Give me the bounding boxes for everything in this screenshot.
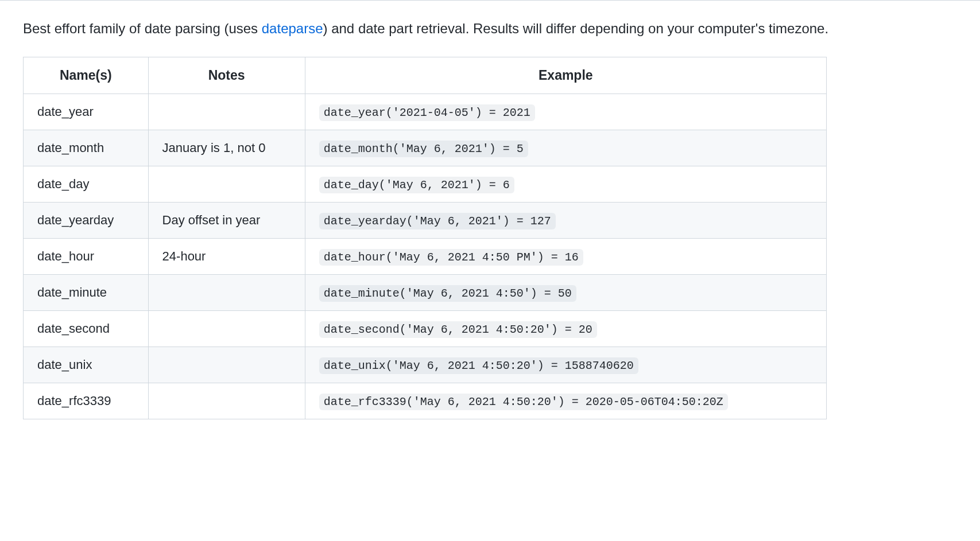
section-divider [0, 0, 980, 1]
cell-name: date_year [24, 94, 149, 130]
cell-example: date_minute('May 6, 2021 4:50') = 50 [305, 274, 826, 310]
cell-notes [148, 274, 305, 310]
example-code: date_minute('May 6, 2021 4:50') = 50 [319, 285, 576, 302]
table-row: date_yeardayDay offset in yeardate_yeard… [24, 202, 827, 238]
header-notes: Notes [148, 57, 305, 94]
intro-text-after: ) and date part retrieval. Results will … [323, 21, 829, 36]
cell-example: date_rfc3339('May 6, 2021 4:50:20') = 20… [305, 383, 826, 419]
example-code: date_month('May 6, 2021') = 5 [319, 141, 528, 157]
intro-paragraph: Best effort family of date parsing (uses… [23, 18, 957, 40]
cell-example: date_day('May 6, 2021') = 6 [305, 166, 826, 202]
cell-name: date_month [24, 130, 149, 166]
table-row: date_yeardate_year('2021-04-05') = 2021 [24, 94, 827, 130]
table-row: date_rfc3339date_rfc3339('May 6, 2021 4:… [24, 383, 827, 419]
cell-name: date_rfc3339 [24, 383, 149, 419]
header-example: Example [305, 57, 826, 94]
cell-notes: Day offset in year [148, 202, 305, 238]
cell-name: date_hour [24, 238, 149, 274]
cell-notes [148, 347, 305, 383]
cell-example: date_hour('May 6, 2021 4:50 PM') = 16 [305, 238, 826, 274]
example-code: date_day('May 6, 2021') = 6 [319, 177, 514, 193]
table-row: date_daydate_day('May 6, 2021') = 6 [24, 166, 827, 202]
cell-name: date_minute [24, 274, 149, 310]
example-code: date_yearday('May 6, 2021') = 127 [319, 213, 556, 229]
cell-notes: January is 1, not 0 [148, 130, 305, 166]
dateparse-link[interactable]: dateparse [262, 21, 323, 36]
table-row: date_monthJanuary is 1, not 0date_month(… [24, 130, 827, 166]
cell-notes [148, 166, 305, 202]
intro-text-before: Best effort family of date parsing (uses [23, 21, 262, 36]
cell-name: date_second [24, 310, 149, 347]
cell-example: date_month('May 6, 2021') = 5 [305, 130, 826, 166]
example-code: date_second('May 6, 2021 4:50:20') = 20 [319, 321, 597, 338]
cell-name: date_day [24, 166, 149, 202]
cell-name: date_yearday [24, 202, 149, 238]
cell-example: date_second('May 6, 2021 4:50:20') = 20 [305, 310, 826, 347]
cell-notes [148, 94, 305, 130]
cell-notes: 24-hour [148, 238, 305, 274]
date-functions-table: Name(s) Notes Example date_yeardate_year… [23, 57, 827, 419]
cell-notes [148, 310, 305, 347]
example-code: date_year('2021-04-05') = 2021 [319, 104, 535, 121]
table-header-row: Name(s) Notes Example [24, 57, 827, 94]
table-row: date_hour24-hourdate_hour('May 6, 2021 4… [24, 238, 827, 274]
header-names: Name(s) [24, 57, 149, 94]
example-code: date_unix('May 6, 2021 4:50:20') = 15887… [319, 357, 638, 374]
cell-example: date_year('2021-04-05') = 2021 [305, 94, 826, 130]
cell-name: date_unix [24, 347, 149, 383]
table-row: date_minutedate_minute('May 6, 2021 4:50… [24, 274, 827, 310]
table-row: date_unixdate_unix('May 6, 2021 4:50:20'… [24, 347, 827, 383]
example-code: date_hour('May 6, 2021 4:50 PM') = 16 [319, 249, 583, 266]
cell-notes [148, 383, 305, 419]
cell-example: date_yearday('May 6, 2021') = 127 [305, 202, 826, 238]
content-container: Best effort family of date parsing (uses… [0, 18, 980, 419]
example-code: date_rfc3339('May 6, 2021 4:50:20') = 20… [319, 394, 728, 410]
table-row: date_seconddate_second('May 6, 2021 4:50… [24, 310, 827, 347]
cell-example: date_unix('May 6, 2021 4:50:20') = 15887… [305, 347, 826, 383]
